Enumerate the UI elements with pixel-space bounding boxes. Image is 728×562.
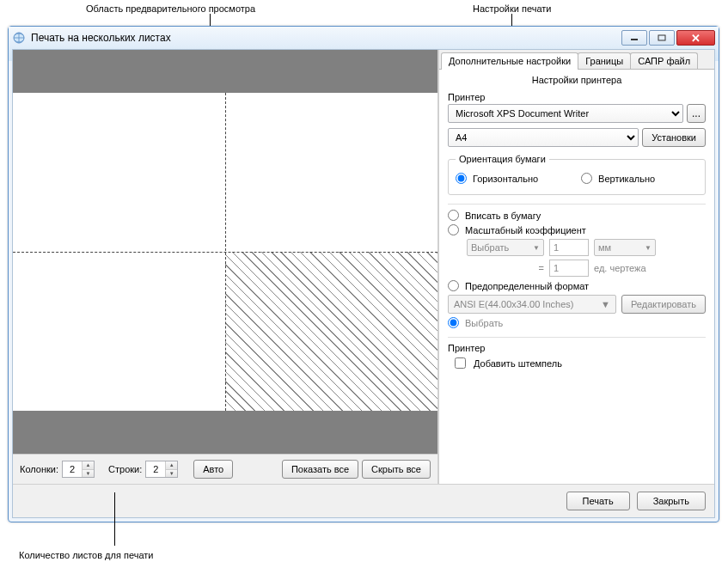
- annotation-preview-area: Область предварительного просмотра: [86, 3, 255, 14]
- columns-stepper[interactable]: ▲ ▼: [62, 461, 95, 478]
- preview-hidden-tile: [225, 252, 437, 411]
- tabs: Дополнительные настройки Границы САПР фа…: [439, 50, 714, 70]
- columns-label: Колонки:: [20, 464, 58, 474]
- window-title: Печать на нескольких листах: [31, 32, 621, 44]
- scale-unit-mm[interactable]: мм▼: [594, 239, 656, 256]
- preview-controls: Колонки: ▲ ▼ Строки: ▲ ▼: [13, 454, 437, 484]
- scale-factor-radio[interactable]: [448, 224, 459, 235]
- svg-rect-2: [658, 35, 665, 40]
- tab-body: Настройки принтера Принтер Microsoft XPS…: [439, 70, 714, 484]
- scale-unit-drawing: ед. чертежа: [594, 263, 646, 273]
- hide-all-button[interactable]: Скрыть все: [362, 460, 431, 479]
- rows-down[interactable]: ▼: [166, 470, 177, 478]
- orientation-landscape[interactable]: Горизонтально: [456, 173, 538, 184]
- annotation-line-sheets: [114, 492, 115, 546]
- add-stamp-checkbox[interactable]: [455, 357, 466, 369]
- printer-settings-button[interactable]: Установки: [642, 128, 706, 147]
- tab-cad-file[interactable]: САПР файл: [630, 52, 698, 69]
- annotation-print-settings: Настройки печати: [473, 3, 552, 14]
- select-radio[interactable]: [448, 317, 459, 328]
- annotation-sheets-count: Количество листов для печати: [19, 550, 153, 560]
- printer-select[interactable]: Microsoft XPS Document Writer: [448, 104, 683, 123]
- preview-canvas[interactable]: [13, 50, 437, 454]
- columns-input[interactable]: [63, 461, 82, 477]
- tab-bounds[interactable]: Границы: [578, 52, 631, 69]
- printer-settings-title: Настройки принтера: [448, 75, 706, 85]
- predefined-format-radio[interactable]: [448, 280, 459, 291]
- tab-additional[interactable]: Дополнительные настройки: [441, 52, 578, 69]
- columns-up[interactable]: ▲: [83, 461, 94, 470]
- rows-input[interactable]: [146, 461, 165, 477]
- printer-label-2: Принтер: [448, 343, 706, 353]
- auto-button[interactable]: Авто: [193, 460, 233, 479]
- preview-divider-horizontal: [13, 252, 437, 253]
- print-button[interactable]: Печать: [566, 492, 630, 510]
- orientation-legend: Ориентация бумаги: [456, 154, 549, 164]
- scale-value-1[interactable]: 1: [549, 239, 589, 256]
- titlebar[interactable]: Печать на нескольких листах ✕: [9, 27, 719, 49]
- show-all-button[interactable]: Показать все: [282, 460, 358, 479]
- predefined-format-combo[interactable]: ANSI E(44.00x34.00 Inches)▼: [448, 295, 616, 314]
- orientation-landscape-radio[interactable]: [456, 173, 467, 184]
- scale-select-combo[interactable]: Выбрать▼: [467, 239, 544, 256]
- rows-label: Строки:: [108, 464, 142, 474]
- preview-margin-top: [13, 50, 437, 93]
- edit-format-button[interactable]: Редактировать: [621, 295, 706, 314]
- scale-factor-option[interactable]: Масштабный коэффициент: [448, 224, 706, 235]
- scale-value-2[interactable]: 1: [549, 260, 589, 277]
- columns-down[interactable]: ▼: [83, 470, 94, 478]
- fit-to-paper-radio[interactable]: [448, 210, 459, 221]
- orientation-group: Ориентация бумаги Горизонтально Вертикал…: [448, 154, 706, 195]
- settings-column: Дополнительные настройки Границы САПР фа…: [438, 50, 714, 484]
- svg-rect-1: [631, 39, 638, 40]
- maximize-button[interactable]: [649, 30, 675, 46]
- fit-to-paper-option[interactable]: Вписать в бумагу: [448, 210, 706, 221]
- dialog-window: Печать на нескольких листах ✕: [8, 26, 719, 522]
- preview-margin-bottom: [13, 411, 437, 454]
- predefined-format-option[interactable]: Предопределенный формат: [448, 280, 706, 291]
- preview-column: Колонки: ▲ ▼ Строки: ▲ ▼: [13, 50, 438, 484]
- app-icon: [12, 31, 26, 45]
- paper-select[interactable]: A4: [448, 128, 639, 147]
- add-stamp-option[interactable]: Добавить штемпель: [451, 355, 706, 371]
- printer-browse-button[interactable]: ...: [687, 104, 706, 123]
- footer: Печать Закрыть: [13, 484, 714, 517]
- select-option[interactable]: Выбрать: [448, 317, 706, 328]
- rows-up[interactable]: ▲: [166, 461, 177, 470]
- scale-eq: =: [467, 263, 544, 273]
- close-dialog-button[interactable]: Закрыть: [637, 492, 706, 510]
- printer-label: Принтер: [448, 92, 706, 102]
- orientation-portrait-radio[interactable]: [581, 173, 592, 184]
- close-button[interactable]: ✕: [676, 30, 715, 46]
- orientation-portrait[interactable]: Вертикально: [581, 173, 655, 184]
- preview-page-grid: [13, 93, 437, 411]
- minimize-button[interactable]: [621, 30, 647, 46]
- rows-stepper[interactable]: ▲ ▼: [145, 461, 178, 478]
